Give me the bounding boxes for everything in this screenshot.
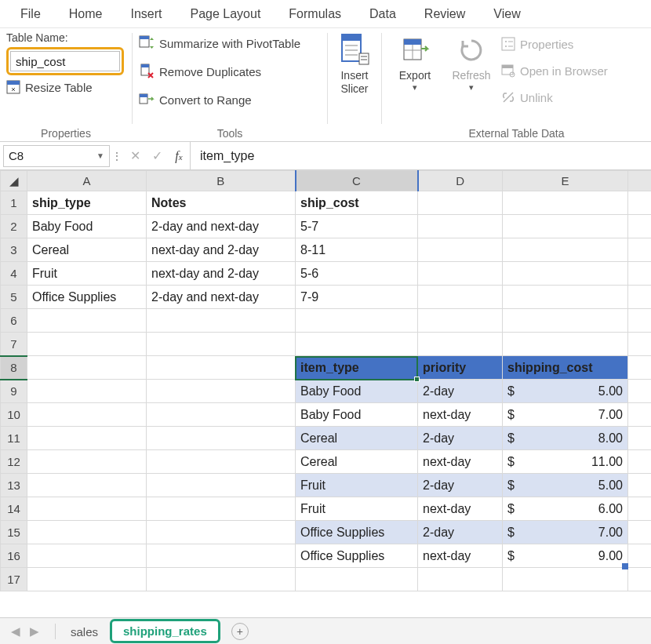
sheet-tab-sales[interactable]: sales xyxy=(59,621,110,642)
cell-D2[interactable] xyxy=(418,215,503,238)
resize-table-button[interactable]: Resize Table xyxy=(6,80,125,94)
cell-C17[interactable] xyxy=(296,568,418,591)
export-button[interactable]: Export ▾ xyxy=(388,31,442,127)
cell-D5[interactable] xyxy=(418,286,503,309)
cell-E13[interactable]: $5.00 xyxy=(503,474,628,497)
cell-E8[interactable]: shipping_cost xyxy=(503,356,628,380)
cell-F13[interactable] xyxy=(628,474,652,497)
convert-range-button[interactable]: Convert to Range xyxy=(139,88,321,111)
cell-A12[interactable] xyxy=(27,450,147,474)
cell-C6[interactable] xyxy=(296,309,418,333)
cell-D4[interactable] xyxy=(418,262,503,286)
cell-C4[interactable]: 5-6 xyxy=(296,262,418,286)
cell-D17[interactable] xyxy=(418,568,503,591)
cell-D3[interactable] xyxy=(418,238,503,262)
row-header-8[interactable]: 8 xyxy=(1,356,27,380)
open-in-browser-button[interactable]: Open in Browser xyxy=(501,60,608,82)
row-header-14[interactable]: 14 xyxy=(1,497,27,521)
cell-A10[interactable] xyxy=(27,403,147,427)
cell-E2[interactable] xyxy=(503,215,628,238)
cell-F6[interactable] xyxy=(628,309,652,333)
cell-F4[interactable] xyxy=(628,262,652,286)
menu-data[interactable]: Data xyxy=(355,7,410,21)
cell-E5[interactable] xyxy=(503,286,628,309)
cell-B9[interactable] xyxy=(147,380,296,403)
cell-E1[interactable] xyxy=(503,191,628,215)
cell-C14[interactable]: Fruit xyxy=(296,497,418,521)
table-resize-handle[interactable] xyxy=(622,563,628,569)
chevron-down-icon[interactable]: ▼ xyxy=(96,151,104,160)
cell-C8[interactable]: item_type xyxy=(296,356,418,380)
cell-A7[interactable] xyxy=(27,333,147,356)
cell-D6[interactable] xyxy=(418,309,503,333)
cell-A3[interactable]: Cereal xyxy=(27,238,147,262)
cell-B1[interactable]: Notes xyxy=(147,191,296,215)
cell-E4[interactable] xyxy=(503,262,628,286)
cell-A15[interactable] xyxy=(27,521,147,544)
cell-A2[interactable]: Baby Food xyxy=(27,215,147,238)
cancel-formula-button[interactable]: ✕ xyxy=(124,148,146,163)
cell-C2[interactable]: 5-7 xyxy=(296,215,418,238)
insert-slicer-button[interactable]: Insert Slicer xyxy=(328,28,381,141)
cell-F12[interactable] xyxy=(628,450,652,474)
cell-B10[interactable] xyxy=(147,403,296,427)
cell-E15[interactable]: $7.00 xyxy=(503,521,628,544)
cell-C11[interactable]: Cereal xyxy=(296,427,418,450)
cell-B11[interactable] xyxy=(147,427,296,450)
cell-E7[interactable] xyxy=(503,333,628,356)
cell-F9[interactable] xyxy=(628,380,652,403)
add-sheet-button[interactable]: + xyxy=(231,623,249,640)
row-header-6[interactable]: 6 xyxy=(1,309,27,333)
col-header-B[interactable]: B xyxy=(147,171,296,191)
row-header-2[interactable]: 2 xyxy=(1,215,27,238)
cell-C16[interactable]: Office Supplies xyxy=(296,544,418,568)
row-header-5[interactable]: 5 xyxy=(1,286,27,309)
cell-A17[interactable] xyxy=(27,568,147,591)
tab-prev-button[interactable]: ◀ xyxy=(8,624,24,639)
drag-handle-icon[interactable]: ⋮ xyxy=(110,150,124,162)
cell-C12[interactable]: Cereal xyxy=(296,450,418,474)
cell-C9[interactable]: Baby Food xyxy=(296,380,418,403)
cell-D1[interactable] xyxy=(418,191,503,215)
cell-F8[interactable] xyxy=(628,356,652,380)
cell-A9[interactable] xyxy=(27,380,147,403)
cell-D7[interactable] xyxy=(418,333,503,356)
row-header-4[interactable]: 4 xyxy=(1,262,27,286)
col-header-blank[interactable] xyxy=(628,171,652,191)
cell-E12[interactable]: $11.00 xyxy=(503,450,628,474)
cell-B12[interactable] xyxy=(147,450,296,474)
menu-page-layout[interactable]: Page Layout xyxy=(176,7,275,21)
cell-F3[interactable] xyxy=(628,238,652,262)
cell-D12[interactable]: next-day xyxy=(418,450,503,474)
col-header-D[interactable]: D xyxy=(418,171,503,191)
row-header-3[interactable]: 3 xyxy=(1,238,27,262)
cell-B13[interactable] xyxy=(147,474,296,497)
cell-F11[interactable] xyxy=(628,427,652,450)
cell-F7[interactable] xyxy=(628,333,652,356)
col-header-A[interactable]: A xyxy=(27,171,147,191)
cell-A16[interactable] xyxy=(27,544,147,568)
cell-E14[interactable]: $6.00 xyxy=(503,497,628,521)
cell-A13[interactable] xyxy=(27,474,147,497)
formula-input[interactable]: item_type xyxy=(190,142,651,169)
cell-F14[interactable] xyxy=(628,497,652,521)
cell-A8[interactable] xyxy=(27,356,147,380)
sheet-tab-shipping-rates[interactable]: shipping_rates xyxy=(110,619,220,643)
table-name-input[interactable] xyxy=(10,51,120,71)
cell-F15[interactable] xyxy=(628,521,652,544)
row-header-12[interactable]: 12 xyxy=(1,450,27,474)
cell-B17[interactable] xyxy=(147,568,296,591)
row-header-17[interactable]: 17 xyxy=(1,568,27,591)
cell-C5[interactable]: 7-9 xyxy=(296,286,418,309)
menu-review[interactable]: Review xyxy=(410,7,479,21)
row-header-9[interactable]: 9 xyxy=(1,380,27,403)
cell-C15[interactable]: Office Supplies xyxy=(296,521,418,544)
cell-A11[interactable] xyxy=(27,427,147,450)
cell-D11[interactable]: 2-day xyxy=(418,427,503,450)
cell-C13[interactable]: Fruit xyxy=(296,474,418,497)
cell-B4[interactable]: next-day and 2-day xyxy=(147,262,296,286)
cell-B15[interactable] xyxy=(147,521,296,544)
fx-icon[interactable]: fx xyxy=(168,149,190,163)
cell-D9[interactable]: 2-day xyxy=(418,380,503,403)
cell-A1[interactable]: ship_type xyxy=(27,191,147,215)
